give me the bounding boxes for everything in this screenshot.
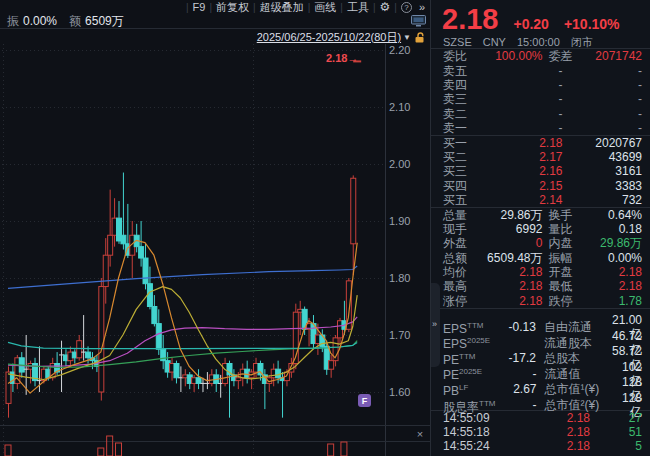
arrow-right-icon: → — [347, 52, 358, 64]
buy-price: 2.15 — [483, 179, 563, 193]
stat-value: 2.18 — [479, 265, 543, 279]
buy-price: 2.18 — [483, 136, 563, 150]
candle — [276, 369, 281, 378]
metric-sup: TTM — [479, 399, 495, 408]
stat-label: 最低 — [543, 279, 579, 293]
candle — [152, 307, 157, 324]
menu-separator: | — [253, 2, 256, 13]
candle — [103, 255, 108, 286]
last-price: 2.18 — [442, 4, 498, 34]
sell-level-row[interactable]: 卖五-- — [431, 63, 650, 77]
valuation-row: EPSTTM-0.13自由流通21.00亿 — [431, 313, 650, 329]
stat-value: 6509.48万 — [479, 251, 543, 265]
lock-open-icon[interactable] — [414, 31, 426, 44]
buy-level-row[interactable]: 买二2.1743699 — [431, 150, 650, 164]
candle — [258, 364, 263, 375]
menu-item-forward-adjust[interactable]: 前复权 — [216, 0, 249, 15]
date-range-selector[interactable]: 2025/06/25-2025/10/22(80日) — [257, 30, 401, 45]
weicha-value: 2071742 — [579, 49, 643, 63]
metric-value: 2.67 — [507, 382, 537, 396]
tick-list[interactable]: 14:55:092.1827 14:55:182.1851 14:55:242.… — [431, 410, 650, 453]
stat-value: 29.86万 — [579, 236, 643, 250]
sell-vol: - — [563, 92, 643, 106]
stat-value: 6992 — [479, 222, 543, 236]
tick-row: 14:55:182.1851 — [431, 425, 650, 439]
y-axis-label: 2.20 — [389, 44, 427, 56]
chart-pane: | F9 | 前复权 | 超级叠加 | 画线 | 工具 | ⚙ | ? » 振 … — [0, 0, 430, 456]
candle — [196, 378, 201, 384]
exchange-label: SZSE — [443, 36, 472, 48]
close-icon[interactable]: × — [412, 427, 428, 440]
sell-price: - — [483, 121, 563, 135]
sell-label: 卖二 — [443, 107, 483, 121]
help-icon[interactable]: ? — [401, 2, 412, 13]
candlestick-chart[interactable] — [0, 0, 430, 456]
sell-level-row[interactable]: 卖二-- — [431, 107, 650, 121]
buy-label: 买三 — [443, 164, 483, 178]
stat-value: 0 — [479, 236, 543, 250]
tick-price: 2.18 — [517, 439, 590, 453]
metric-sup: TTM — [467, 321, 483, 330]
stat-value: 0.64% — [579, 208, 643, 222]
metric-sup: LF — [459, 383, 468, 392]
monitor-icon[interactable] — [411, 15, 426, 27]
volume-bar — [98, 448, 104, 456]
metric-value: -17.2 — [507, 351, 536, 365]
menu-separator: | — [186, 2, 189, 13]
menu-separator: | — [340, 2, 343, 13]
tick-row: 14:55:242.185 — [431, 439, 650, 453]
candle — [156, 324, 161, 350]
last-price-label: 2.18 — [326, 52, 347, 64]
stat-label: 开盘 — [543, 265, 579, 279]
candle — [77, 341, 82, 358]
panel-collapse-handle[interactable]: » — [431, 283, 440, 367]
menu-separator: | — [308, 2, 311, 13]
volume-bar — [328, 444, 334, 456]
menu-item-f9[interactable]: F9 — [193, 1, 206, 13]
menu-item-tools[interactable]: 工具 — [347, 0, 369, 15]
metric-label: 总股本 — [536, 351, 612, 365]
sell-vol: - — [563, 64, 643, 78]
amplitude-label: 振 — [7, 13, 19, 30]
more-chevron-icon[interactable]: » — [419, 1, 425, 13]
chevron-right-icon: » — [432, 319, 437, 329]
sell-label: 卖四 — [443, 78, 483, 92]
stat-value: 29.86万 — [479, 208, 543, 222]
sell-vol: - — [563, 78, 643, 92]
sell-vol: - — [563, 121, 643, 135]
sell-vol: - — [563, 107, 643, 121]
buy-level-row[interactable]: 买五2.14732 — [431, 193, 650, 207]
buy-level-row[interactable]: 买三2.163161 — [431, 164, 650, 178]
candle — [143, 258, 148, 284]
buy-level-row[interactable]: 买四2.153383 — [431, 179, 650, 193]
stat-value: 2.18 — [579, 279, 643, 293]
menu-item-draw-line[interactable]: 画线 — [314, 0, 336, 15]
stat-value: 2.18 — [579, 265, 643, 279]
stat-label: 现手 — [443, 222, 479, 236]
sell-level-row[interactable]: 卖三-- — [431, 92, 650, 106]
f-event-badge[interactable]: F — [358, 394, 371, 407]
tick-time: 14:55:18 — [443, 425, 517, 439]
trading-terminal-window: | F9 | 前复权 | 超级叠加 | 画线 | 工具 | ⚙ | ? » 振 … — [0, 0, 650, 456]
candle — [139, 247, 144, 258]
stat-label: 均价 — [443, 265, 479, 279]
gear-icon[interactable]: ⚙ — [380, 0, 391, 14]
stats-row: 外盘0内盘29.86万 — [431, 236, 650, 250]
date-range-row: 2025/06/25-2025/10/22(80日) ▼ — [0, 30, 430, 44]
candle — [147, 284, 152, 307]
buy-vol: 732 — [563, 193, 643, 207]
valuation-section: EPSTTM-0.13自由流通21.00亿 EPS2025E流通股本46.72亿… — [431, 308, 650, 407]
chevron-down-icon[interactable]: ▼ — [403, 33, 411, 42]
stats-row: 均价2.18开盘2.18 — [431, 265, 650, 279]
sell-level-row[interactable]: 卖一-- — [431, 121, 650, 135]
buy-vol: 43699 — [563, 150, 643, 164]
buy-label: 买一 — [443, 136, 483, 150]
market-status-row: SZSE CNY 15:00:00 闭市 — [431, 36, 650, 49]
quote-info-row: 振 0.00% 额 6509万 — [0, 14, 430, 29]
metric-label: 流通值 — [537, 367, 613, 381]
buy-label: 买二 — [443, 150, 483, 164]
buy-level-row[interactable]: 买一2.182020767 — [431, 135, 650, 149]
metric-sup: TTM — [459, 352, 475, 361]
menu-item-super-overlay[interactable]: 超级叠加 — [260, 0, 304, 15]
sell-level-row[interactable]: 卖四-- — [431, 78, 650, 92]
